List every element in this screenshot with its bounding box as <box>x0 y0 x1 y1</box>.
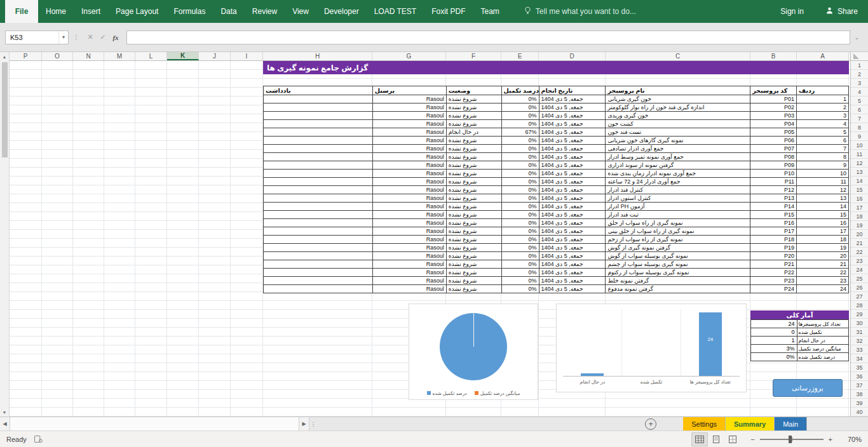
column-header-O[interactable]: O <box>42 52 73 60</box>
cell-note[interactable] <box>264 103 373 112</box>
stat-row[interactable]: 3%میانگین درصد تکمیل <box>751 345 849 353</box>
cell-note[interactable] <box>264 203 373 211</box>
bar-chart[interactable]: 24 در حال انجامتکمیل شدهتعداد کل پروسیجر… <box>556 304 747 392</box>
table-row[interactable]: Rasoulشروع نشده0%جمعه, 5 دی 1404گرفتن نم… <box>264 277 849 285</box>
row-header-19[interactable]: 19 <box>851 221 868 230</box>
cell-date[interactable]: جمعه, 5 دی 1404 <box>539 137 606 145</box>
bar-1[interactable] <box>581 373 604 376</box>
cell-row[interactable]: 13 <box>797 194 849 203</box>
cell-status[interactable]: شروع نشده <box>447 244 502 252</box>
scroll-up-icon[interactable]: ▲ <box>0 52 9 61</box>
column-header-N[interactable]: N <box>73 52 104 60</box>
table-row[interactable]: Rasoulشروع نشده0%جمعه, 5 دی 1404نمونه گی… <box>264 252 849 260</box>
row-header-31[interactable]: 31 <box>851 328 868 337</box>
row-header-29[interactable]: 29 <box>851 310 868 319</box>
cell-percent[interactable]: 0% <box>502 137 539 145</box>
cell-name[interactable]: نمونه گیری از راه سواب از حلق <box>606 219 750 227</box>
cell-percent[interactable]: 0% <box>502 145 539 153</box>
cell-status[interactable]: شروع نشده <box>447 219 502 227</box>
cell-percent[interactable]: 0% <box>502 227 539 236</box>
column-header-D[interactable]: D <box>539 52 606 60</box>
row-header-34[interactable]: 34 <box>851 354 868 363</box>
cell-date[interactable]: جمعه, 5 دی 1404 <box>539 170 606 178</box>
cell-status[interactable]: شروع نشده <box>447 277 502 285</box>
column-header-B[interactable]: B <box>750 52 797 60</box>
page-break-view-icon[interactable] <box>725 433 740 446</box>
cell-name[interactable]: کنترل استون ادرار <box>606 194 750 203</box>
cell-percent[interactable]: 0% <box>502 211 539 219</box>
row-header-4[interactable]: 4 <box>851 88 868 97</box>
table-row[interactable]: Rasoulشروع نشده0%جمعه, 5 دی 1404آزمون PH… <box>264 203 849 211</box>
stat-row[interactable]: 0تکمیل شده <box>751 328 849 337</box>
cell-percent[interactable]: 0% <box>502 186 539 194</box>
table-row[interactable]: Rasoulشروع نشده0%جمعه, 5 دی 1404گرفتن نم… <box>264 244 849 252</box>
zoom-level[interactable]: 70% <box>839 436 862 443</box>
cell-row[interactable]: 2 <box>797 103 849 112</box>
ribbon-tab-team[interactable]: Team <box>473 0 506 23</box>
vertical-scrollbar[interactable]: ▲ ▼ <box>0 52 10 417</box>
ribbon-tab-load-test[interactable]: LOAD TEST <box>367 0 424 23</box>
cell-date[interactable]: جمعه, 5 دی 1404 <box>539 178 606 186</box>
cell-name[interactable]: جمع آوری ادرار 24 و 72 ساعته <box>606 178 750 186</box>
cell-status[interactable]: شروع نشده <box>447 252 502 260</box>
cell-percent[interactable]: 0% <box>502 170 539 178</box>
cell-status[interactable]: شروع نشده <box>447 153 502 161</box>
cell-percent[interactable]: 0% <box>502 120 539 128</box>
column-header-F[interactable]: F <box>446 52 501 60</box>
cell-code[interactable]: P09 <box>750 161 797 170</box>
cell-code[interactable]: P24 <box>750 285 797 293</box>
cell-status[interactable]: شروع نشده <box>447 161 502 170</box>
cell-percent[interactable]: 0% <box>502 277 539 285</box>
cell-status[interactable]: شروع نشده <box>447 170 502 178</box>
cell-date[interactable]: جمعه, 5 دی 1404 <box>539 161 606 170</box>
row-header-17[interactable]: 17 <box>851 203 868 212</box>
cell-code[interactable]: P13 <box>750 194 797 203</box>
cell-row[interactable]: 16 <box>797 219 849 227</box>
cell-row[interactable]: 5 <box>797 128 849 137</box>
cell-row[interactable]: 17 <box>797 227 849 236</box>
cell-date[interactable]: جمعه, 5 دی 1404 <box>539 103 606 112</box>
row-header-1[interactable]: 1 <box>851 61 868 70</box>
enter-icon[interactable]: ✓ <box>97 33 109 41</box>
cell-name[interactable]: خون گیری شریانی <box>606 95 750 103</box>
row-header-30[interactable]: 30 <box>851 319 868 328</box>
cell-date[interactable]: جمعه, 5 دی 1404 <box>539 186 606 194</box>
ribbon-tab-home[interactable]: Home <box>38 0 74 23</box>
zoom-in-icon[interactable]: + <box>829 436 832 443</box>
cell-note[interactable] <box>264 227 373 236</box>
cell-status[interactable]: شروع نشده <box>447 194 502 203</box>
cell-status[interactable]: شروع نشده <box>447 137 502 145</box>
cell-date[interactable]: جمعه, 5 دی 1404 <box>539 153 606 161</box>
row-header-32[interactable]: 32 <box>851 337 868 345</box>
cell-row[interactable]: 7 <box>797 145 849 153</box>
row-header-22[interactable]: 22 <box>851 248 868 257</box>
chevron-down-icon[interactable]: ▾ <box>58 31 68 44</box>
cell-date[interactable]: جمعه, 5 دی 1404 <box>539 120 606 128</box>
table-row[interactable]: Rasoulشروع نشده0%جمعه, 5 دی 1404جمع آوری… <box>264 178 849 186</box>
cell-note[interactable] <box>264 137 373 145</box>
cell-row[interactable]: 19 <box>797 244 849 252</box>
cell-date[interactable]: جمعه, 5 دی 1404 <box>539 145 606 153</box>
formula-input[interactable] <box>126 30 850 44</box>
row-header-18[interactable]: 18 <box>851 212 868 221</box>
stat-row[interactable]: 1در حال انجام <box>751 337 849 345</box>
table-row[interactable]: Rasoulشروع نشده0%جمعه, 5 دی 1404کنترل اس… <box>264 194 849 203</box>
cell-date[interactable]: جمعه, 5 دی 1404 <box>539 112 606 120</box>
cell-row[interactable]: 11 <box>797 178 849 186</box>
cell-status[interactable]: شروع نشده <box>447 285 502 293</box>
cell-percent[interactable]: 0% <box>502 112 539 120</box>
cell-name[interactable]: اندازه گیری قند خون از راه نوار گلوکومتر <box>606 103 750 112</box>
cell-personnel[interactable]: Rasoul <box>373 161 447 170</box>
ribbon-tab-data[interactable]: Data <box>213 0 244 23</box>
cell-code[interactable]: P21 <box>750 260 797 269</box>
cell-personnel[interactable]: Rasoul <box>373 211 447 219</box>
column-header-E[interactable]: E <box>501 52 539 60</box>
column-header-J[interactable]: J <box>199 52 231 60</box>
normal-view-icon[interactable] <box>692 433 707 446</box>
cell-row[interactable]: 21 <box>797 260 849 269</box>
cell-status[interactable]: شروع نشده <box>447 227 502 236</box>
cell-personnel[interactable]: Rasoul <box>373 203 447 211</box>
cell-personnel[interactable]: Rasoul <box>373 178 447 186</box>
tell-me-search[interactable]: Tell me what you want to do... <box>524 0 636 23</box>
cancel-icon[interactable]: ✕ <box>84 33 97 41</box>
